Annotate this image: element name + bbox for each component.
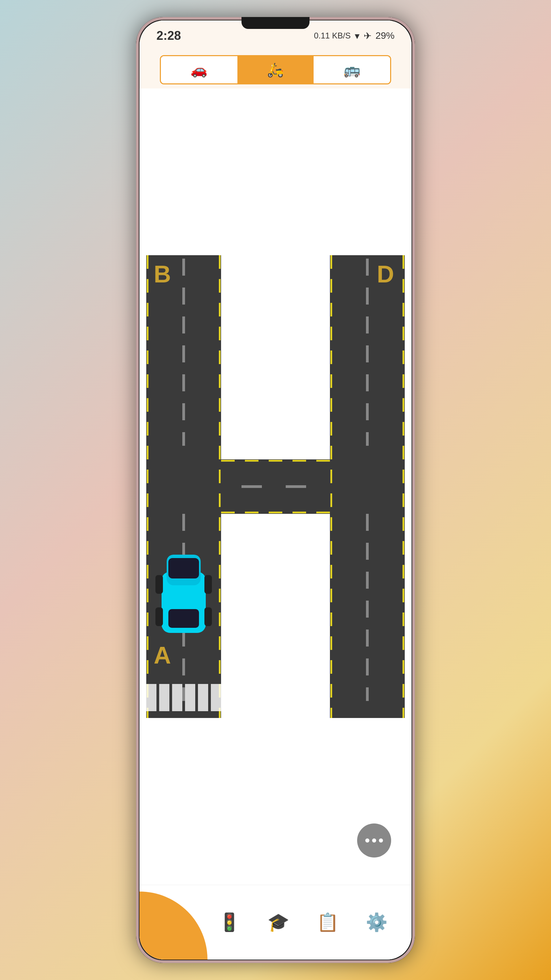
nav-item-settings[interactable]: ⚙️ xyxy=(366,912,388,933)
game-area: A B D xyxy=(140,89,411,885)
tab-bus[interactable]: 🚌 xyxy=(314,56,390,83)
svg-rect-17 xyxy=(146,684,156,711)
bottom-nav: ∞ Tracks 🚦 🎓 📋 ⚙️ xyxy=(140,885,411,959)
nav-item-tracks[interactable]: ∞ Tracks xyxy=(163,905,191,940)
svg-rect-20 xyxy=(185,684,195,711)
notch xyxy=(241,17,310,29)
svg-rect-9 xyxy=(221,255,330,460)
data-speed: 0.11 KB/S xyxy=(314,31,351,40)
svg-rect-22 xyxy=(211,684,221,711)
bus-icon: 🚌 xyxy=(343,62,360,78)
status-icons: 0.11 KB/S ▾ ✈ 29% xyxy=(314,30,395,41)
road-svg: A B D xyxy=(140,89,411,885)
traffic-light-icon: 🚦 xyxy=(218,912,240,933)
svg-rect-30 xyxy=(156,575,163,594)
training-icon: 🎓 xyxy=(267,912,289,933)
svg-rect-31 xyxy=(205,575,212,594)
airplane-icon: ✈ xyxy=(364,30,372,41)
rules-icon: 📋 xyxy=(317,912,339,933)
vehicle-tabs: 🚗 🛵 🚌 xyxy=(140,51,411,89)
svg-text:D: D xyxy=(377,261,394,288)
svg-rect-10 xyxy=(221,514,330,718)
nav-label-tracks: Tracks xyxy=(163,929,191,940)
svg-rect-19 xyxy=(172,684,182,711)
svg-rect-21 xyxy=(198,684,208,711)
car-icon: 🚗 xyxy=(191,62,208,78)
settings-icon: ⚙️ xyxy=(366,912,388,933)
dot-1 xyxy=(365,838,369,843)
svg-rect-29 xyxy=(168,609,199,628)
svg-rect-6 xyxy=(221,460,330,514)
tabs-container: 🚗 🛵 🚌 xyxy=(160,55,391,84)
svg-rect-33 xyxy=(205,608,212,626)
phone-frame: 2:28 0.11 KB/S ▾ ✈ 29% 🚗 🛵 🚌 xyxy=(136,17,415,963)
battery-indicator: 29% xyxy=(375,30,395,41)
phone-screen: 2:28 0.11 KB/S ▾ ✈ 29% 🚗 🛵 🚌 xyxy=(140,21,411,959)
scooter-icon: 🛵 xyxy=(267,62,284,78)
tab-scooter[interactable]: 🛵 xyxy=(237,56,314,83)
svg-rect-32 xyxy=(156,608,163,626)
svg-text:B: B xyxy=(154,261,171,288)
dot-3 xyxy=(379,838,383,843)
tab-car[interactable]: 🚗 xyxy=(161,56,237,83)
nav-item-training[interactable]: 🎓 xyxy=(267,912,289,933)
svg-rect-28 xyxy=(168,558,199,579)
more-dots xyxy=(365,838,383,843)
wifi-icon: ▾ xyxy=(355,30,359,41)
infinity-icon: ∞ xyxy=(171,905,183,926)
nav-item-signals[interactable]: 🚦 xyxy=(218,912,240,933)
svg-rect-18 xyxy=(159,684,169,711)
status-time: 2:28 xyxy=(156,29,181,43)
svg-text:A: A xyxy=(154,642,171,669)
more-options-button[interactable] xyxy=(357,824,391,858)
nav-item-rules[interactable]: 📋 xyxy=(317,912,339,933)
dot-2 xyxy=(372,838,376,843)
